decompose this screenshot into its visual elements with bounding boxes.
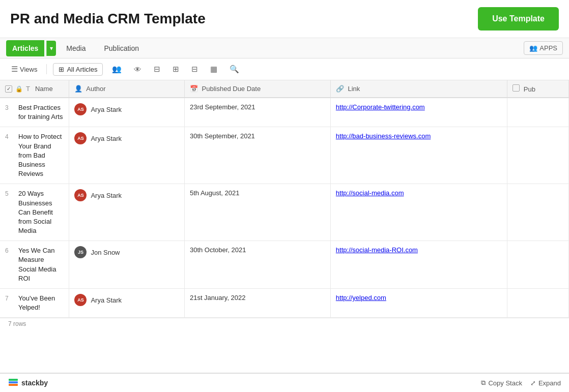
tab-articles-button[interactable]: Articles	[6, 40, 44, 56]
row-number: 7	[5, 294, 13, 302]
link-cell[interactable]: http://yelped.com	[330, 289, 507, 318]
pub-cell	[507, 98, 569, 127]
row-number: 5	[5, 189, 13, 197]
toolbar: ☰ Views ⊞ All Articles 👥 👁 ⊟ ⊞ ⊟ ▦ 🔍	[0, 58, 569, 80]
apps-label: APPS	[539, 44, 557, 52]
link-cell[interactable]: http://bad-business-reviews.com	[330, 127, 507, 184]
expand-button[interactable]: ⤢ Expand	[530, 379, 561, 387]
filter-button[interactable]: ⊟	[188, 63, 201, 76]
row-height-icon: ▦	[210, 65, 217, 74]
th-link-label: Link	[348, 85, 360, 93]
page-footer: stackby ⧉ Copy Stack ⤢ Expand	[0, 373, 569, 392]
row-name-cell: 6 Yes We Can Measure Social Media ROI	[0, 241, 69, 289]
table-row: 7 You've Been Yelped! AS Arya Stark 21st…	[0, 289, 569, 318]
date-cell: 21st January, 2022	[184, 289, 330, 318]
author-cell: JS Jon Snow	[69, 241, 185, 289]
author-cell: AS Arya Stark	[69, 184, 185, 241]
author-cell: AS Arya Stark	[69, 98, 185, 127]
all-articles-label: All Articles	[67, 66, 97, 73]
expand-icon: ⤢	[530, 379, 536, 387]
th-date-label: Published Due Date	[202, 85, 261, 93]
grid-icon: ⊞	[59, 66, 64, 73]
page-header: PR and Media CRM Template Use Template	[0, 0, 569, 38]
article-link[interactable]: http://Corporate-twittering.com	[336, 103, 425, 111]
th-link: 🔗 Link	[330, 80, 507, 98]
tabs-bar: Articles ▾ Media Publication 👥 APPS	[0, 38, 569, 58]
article-link[interactable]: http://social-media-ROI.com	[336, 246, 418, 254]
pub-cell	[507, 289, 569, 318]
avatar: AS	[74, 294, 87, 306]
article-link[interactable]: http://bad-business-reviews.com	[336, 132, 431, 140]
stackby-logo: stackby	[8, 378, 48, 388]
article-name[interactable]: You've Been Yelped!	[18, 294, 64, 312]
article-name[interactable]: Best Practices for training Arts	[18, 103, 64, 122]
th-checkbox: ✓ 🔒 T Name	[0, 80, 69, 98]
date-cell: 30th September, 2021	[184, 127, 330, 184]
persons-filter-button[interactable]: 👥	[109, 63, 125, 76]
author-wrapper: AS Arya Stark	[74, 294, 179, 306]
table-row: 6 Yes We Can Measure Social Media ROI JS…	[0, 241, 569, 289]
tab-media[interactable]: Media	[58, 39, 94, 57]
all-articles-button[interactable]: ⊞ All Articles	[53, 63, 103, 76]
author-wrapper: JS Jon Snow	[74, 246, 179, 258]
header-checkbox-icon[interactable]: ✓	[5, 85, 12, 93]
search-button[interactable]: 🔍	[226, 63, 242, 76]
row-height-button[interactable]: ▦	[207, 63, 220, 76]
link-cell[interactable]: http://social-media.com	[330, 184, 507, 241]
article-name[interactable]: 20 Ways Businesses Can Benefit from Soci…	[18, 189, 64, 235]
row-name-cell: 4 How to Protect Your Brand from Bad Bus…	[0, 127, 69, 184]
row-number: 3	[5, 103, 13, 111]
group-icon: ⊞	[173, 65, 179, 74]
th-pub-checkbox	[513, 84, 520, 92]
article-link[interactable]: http://social-media.com	[336, 189, 404, 197]
lock-icon: 🔒	[15, 85, 23, 93]
articles-table: ✓ 🔒 T Name 👤 Author 📅 Published Due Date…	[0, 80, 569, 318]
date-cell: 30th October, 2021	[184, 241, 330, 289]
sliders-icon: ⊟	[154, 65, 160, 74]
author-cell: AS Arya Stark	[69, 127, 185, 184]
views-label: Views	[20, 66, 37, 73]
svg-rect-1	[9, 381, 18, 383]
th-date: 📅 Published Due Date	[184, 80, 330, 98]
use-template-button[interactable]: Use Template	[478, 7, 559, 31]
apps-button[interactable]: 👥 APPS	[524, 41, 563, 55]
tabs-left: Articles ▾ Media Publication	[6, 39, 147, 57]
author-wrapper: AS Arya Stark	[74, 189, 179, 201]
author-wrapper: AS Arya Stark	[74, 132, 179, 144]
th-author-label: Author	[86, 85, 105, 93]
author-name: Jon Snow	[91, 249, 120, 256]
th-pub-label: Pub	[524, 85, 535, 93]
table-container: ✓ 🔒 T Name 👤 Author 📅 Published Due Date…	[0, 80, 569, 373]
link-cell[interactable]: http://Corporate-twittering.com	[330, 98, 507, 127]
filter-sliders-button[interactable]: ⊟	[151, 63, 163, 76]
apps-icon: 👥	[529, 44, 537, 52]
pub-cell	[507, 241, 569, 289]
eye-icon: 👁	[134, 65, 141, 74]
article-name[interactable]: Yes We Can Measure Social Media ROI	[18, 246, 64, 283]
eye-button[interactable]: 👁	[131, 63, 145, 76]
row-number: 4	[5, 132, 13, 140]
copy-icon: ⧉	[481, 379, 486, 387]
tab-publication[interactable]: Publication	[96, 39, 148, 57]
link-cell[interactable]: http://social-media-ROI.com	[330, 241, 507, 289]
date-cell: 23rd September, 2021	[184, 98, 330, 127]
avatar: AS	[74, 132, 87, 144]
views-button[interactable]: ☰ Views	[8, 63, 40, 76]
tab-articles-dropdown-arrow[interactable]: ▾	[46, 41, 56, 56]
th-name-label: Name	[35, 85, 53, 93]
table-header-row: ✓ 🔒 T Name 👤 Author 📅 Published Due Date…	[0, 80, 569, 98]
th-link-icon: 🔗	[336, 85, 344, 93]
row-number: 6	[5, 246, 13, 254]
tabs-right: 👥 APPS	[524, 38, 563, 58]
article-link[interactable]: http://yelped.com	[336, 294, 386, 301]
article-name[interactable]: How to Protect Your Brand from Bad Busin…	[18, 132, 64, 178]
avatar: AS	[74, 103, 87, 115]
toolbar-separator-1	[46, 64, 47, 74]
row-name-cell: 5 20 Ways Businesses Can Benefit from So…	[0, 184, 69, 241]
stackby-label: stackby	[21, 379, 48, 387]
author-name: Arya Stark	[91, 192, 122, 199]
author-wrapper: AS Arya Stark	[74, 103, 179, 115]
copy-stack-button[interactable]: ⧉ Copy Stack	[481, 379, 522, 387]
svg-rect-0	[9, 384, 18, 386]
group-button[interactable]: ⊞	[169, 63, 182, 76]
